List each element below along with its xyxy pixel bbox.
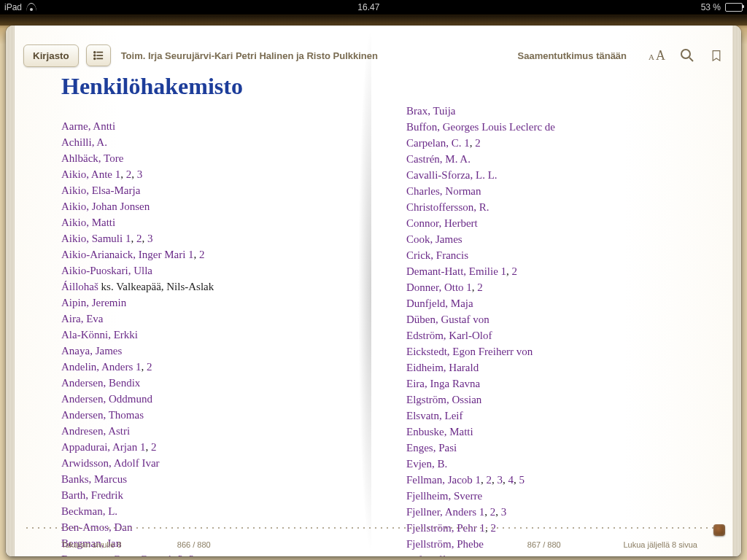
index-page-ref[interactable]: 1 bbox=[464, 137, 470, 149]
index-page-ref[interactable]: 3 bbox=[498, 474, 503, 486]
index-page-ref[interactable]: 2 bbox=[147, 361, 152, 373]
index-name-link[interactable]: Ben-Amos, Dan bbox=[61, 521, 133, 533]
index-name-link[interactable]: Appadurai, Arjan bbox=[61, 441, 140, 453]
index-name-link[interactable]: Achilli, A. bbox=[61, 136, 107, 148]
index-name-link[interactable]: Aikio, Matti bbox=[61, 217, 115, 228]
index-name-link[interactable]: Eickstedt, Egon Freiherr von bbox=[406, 346, 533, 357]
index-name-link[interactable]: Evjen, B. bbox=[406, 458, 447, 470]
index-name-link[interactable]: Aikio-Arianaick, Inger Mari bbox=[61, 249, 188, 260]
index-name-link[interactable]: Andersen, Oddmund bbox=[61, 393, 152, 405]
index-page-ref[interactable]: 3 bbox=[147, 233, 153, 244]
index-entry: Evjen, B. bbox=[406, 456, 686, 472]
index-name-link[interactable]: Charles, Norman bbox=[406, 185, 481, 197]
svg-line-7 bbox=[689, 58, 693, 61]
index-page-ref[interactable]: 2 bbox=[490, 522, 496, 534]
index-list-right: Brax, TuijaBuffon, Georges Louis Leclerc… bbox=[406, 103, 686, 556]
index-name-link[interactable]: Fjellström, Pehr bbox=[406, 522, 479, 534]
index-name-link[interactable]: Beckman, L. bbox=[61, 505, 117, 517]
back-link[interactable]: Takaisin sivulle 8 bbox=[61, 540, 122, 549]
index-page-ref[interactable]: 1 bbox=[479, 522, 485, 534]
battery-icon bbox=[725, 3, 743, 12]
index-page-ref[interactable]: 2 bbox=[487, 474, 492, 486]
index-name-link[interactable]: Barth, Fredrik bbox=[61, 489, 123, 501]
index-page-ref[interactable]: 1 bbox=[466, 281, 472, 293]
index-name-link[interactable]: Elsvatn, Leif bbox=[406, 410, 462, 421]
index-page-ref[interactable]: 5 bbox=[519, 474, 525, 486]
index-page-ref[interactable]: 1 bbox=[188, 249, 194, 260]
library-button[interactable]: Kirjasto bbox=[23, 44, 79, 67]
index-name-link[interactable]: Anaya, James bbox=[61, 345, 122, 357]
index-name-link[interactable]: Fjellner, Anders bbox=[406, 506, 479, 518]
index-entry: Aarne, Antti bbox=[61, 118, 341, 134]
page-edges-right bbox=[732, 26, 741, 556]
index-page-ref[interactable]: 3 bbox=[189, 553, 195, 556]
index-name-link[interactable]: Christoffersson, R. bbox=[406, 201, 489, 213]
index-name-link[interactable]: Buffon, Georges Louis Leclerc de bbox=[406, 121, 555, 133]
index-name-link[interactable]: Crick, Francis bbox=[406, 249, 468, 261]
index-name-link[interactable]: Ahlbäck, Tore bbox=[61, 152, 123, 164]
index-name-link[interactable]: Aikio, Ante bbox=[61, 168, 115, 180]
svg-point-0 bbox=[94, 52, 96, 53]
index-entry: Aikio, Matti bbox=[61, 214, 341, 230]
index-page-ref[interactable]: 3 bbox=[501, 506, 507, 518]
font-size-button[interactable]: AA bbox=[649, 48, 665, 63]
index-page-ref[interactable]: 2 bbox=[521, 554, 527, 556]
index-name-link[interactable]: Aarne, Antti bbox=[61, 120, 115, 132]
index-name-link[interactable]: Áillohaš bbox=[61, 281, 101, 292]
index-entry: Buffon, Georges Louis Leclerc de bbox=[406, 119, 686, 135]
index-name-link[interactable]: Fofonoff, Kati-Claudia bbox=[406, 554, 510, 556]
index-name-link[interactable]: Bergstrøm, Grete Gunn bbox=[61, 553, 167, 556]
index-name-link[interactable]: Enbuske, Matti bbox=[406, 426, 473, 438]
index-entry: Ben-Amos, Dan bbox=[61, 519, 341, 535]
index-name-link[interactable]: Dunfjeld, Maja bbox=[406, 298, 473, 309]
index-entry: Aikio, Elsa-Marja bbox=[61, 182, 341, 198]
index-name-link[interactable]: Donner, Otto bbox=[406, 281, 466, 293]
index-page-ref[interactable]: 2 bbox=[199, 249, 205, 260]
index-page-ref[interactable]: 1 bbox=[501, 265, 507, 277]
index-name-link[interactable]: Andresen, Astri bbox=[61, 425, 130, 437]
index-name-link[interactable]: Ala-Könni, Erkki bbox=[61, 329, 138, 341]
index-entry: Andelin, Anders 1, 2 bbox=[61, 359, 341, 375]
index-name-link[interactable]: Andersen, Thomas bbox=[61, 409, 144, 421]
bookmark-icon[interactable] bbox=[709, 48, 724, 63]
index-page-ref[interactable]: 4 bbox=[508, 474, 514, 486]
index-name-link[interactable]: Connor, Herbert bbox=[406, 217, 478, 229]
toc-button[interactable] bbox=[86, 44, 111, 66]
index-name-link[interactable]: Aipin, Jeremin bbox=[61, 297, 126, 308]
index-name-link[interactable]: Castrén, M. A. bbox=[406, 153, 471, 165]
index-name-link[interactable]: Edström, Karl-Olof bbox=[406, 330, 492, 341]
index-name-link[interactable]: Fellman, Jacob bbox=[406, 474, 476, 486]
index-page-ref[interactable]: 2 bbox=[151, 441, 157, 453]
index-name-link[interactable]: Eira, Inga Ravna bbox=[406, 378, 480, 389]
index-entry: Andersen, Oddmund bbox=[61, 391, 341, 407]
index-page-ref[interactable]: 1 bbox=[136, 361, 142, 373]
index-page-ref[interactable]: 3 bbox=[137, 168, 143, 180]
index-name-link[interactable]: Carpelan, C. bbox=[406, 137, 464, 149]
index-page-ref[interactable]: 1 bbox=[476, 474, 481, 486]
index-name-link[interactable]: Demant-Hatt, Emilie bbox=[406, 265, 501, 277]
index-page-ref[interactable]: 2 bbox=[475, 137, 481, 149]
index-name-link[interactable]: Andersen, Bendix bbox=[61, 377, 140, 389]
index-name-link[interactable]: Aikio, Elsa-Marja bbox=[61, 184, 140, 196]
index-name-link[interactable]: Cook, James bbox=[406, 233, 462, 245]
index-name-link[interactable]: Aikio, Johan Jonsen bbox=[61, 201, 150, 212]
index-name-link[interactable]: Aira, Eva bbox=[61, 313, 103, 324]
index-name-link[interactable]: Arwidsson, Adolf Ivar bbox=[61, 457, 160, 469]
index-name-link[interactable]: Eidheim, Harald bbox=[406, 362, 479, 373]
index-name-link[interactable]: Aikio, Samuli bbox=[61, 233, 125, 244]
index-name-link[interactable]: Fjellheim, Sverre bbox=[406, 490, 482, 502]
index-name-link[interactable]: Andelin, Anders bbox=[61, 361, 136, 373]
index-name-link[interactable]: Brax, Tuija bbox=[406, 105, 456, 117]
search-icon[interactable] bbox=[680, 48, 694, 63]
left-page[interactable]: Henkilöhakemisto Aarne, AnttiAchilli, A.… bbox=[15, 26, 371, 556]
index-name-link[interactable]: Cavalli-Sforza, L. L. bbox=[406, 169, 498, 181]
index-name-link[interactable]: Enges, Pasi bbox=[406, 442, 457, 454]
right-page[interactable]: Brax, TuijaBuffon, Georges Louis Leclerc… bbox=[371, 26, 732, 556]
index-name-link[interactable]: Aikio-Puoskari, Ulla bbox=[61, 265, 152, 276]
index-page-ref[interactable]: 2 bbox=[512, 265, 518, 277]
page-scrubber[interactable] bbox=[713, 524, 725, 536]
index-name-link[interactable]: Banks, Marcus bbox=[61, 473, 127, 485]
index-page-ref[interactable]: 2 bbox=[477, 281, 483, 293]
index-name-link[interactable]: Elgström, Ossian bbox=[406, 394, 481, 405]
index-name-link[interactable]: Düben, Gustaf von bbox=[406, 314, 489, 325]
